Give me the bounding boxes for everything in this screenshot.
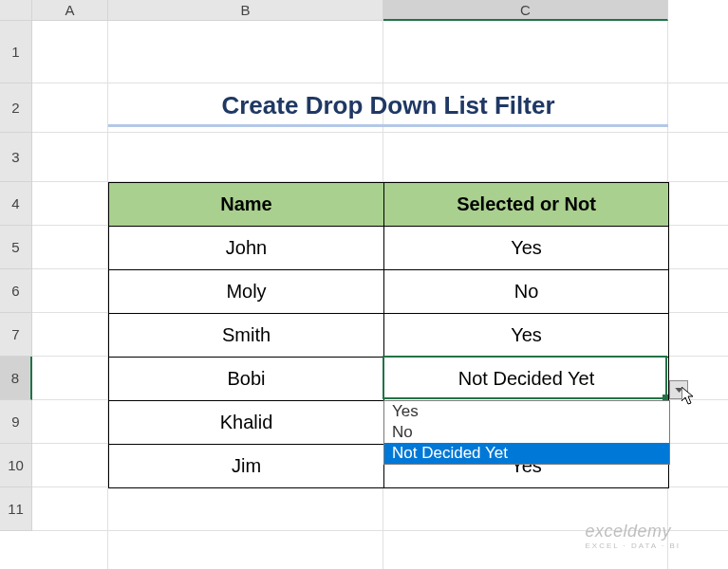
dropdown-option[interactable]: Not Decided Yet [384, 443, 669, 464]
watermark: exceldemy EXCEL · DATA · BI [585, 522, 681, 550]
chevron-down-icon [675, 388, 683, 393]
column-headers: ABC [0, 0, 668, 21]
watermark-tag: EXCEL · DATA · BI [585, 541, 681, 550]
cell[interactable]: Yes [384, 227, 669, 270]
row-header-11[interactable]: 11 [0, 487, 32, 531]
row-header-6[interactable]: 6 [0, 269, 32, 313]
dropdown-list[interactable]: YesNoNot Decided Yet [383, 400, 670, 465]
cell[interactable]: Bobi [109, 358, 384, 401]
cell[interactable]: Not Decided Yet [384, 358, 669, 401]
grid-area[interactable]: Create Drop Down List FilterNameSelected… [32, 21, 728, 569]
cell[interactable]: Jim [109, 445, 384, 488]
row-header-3[interactable]: 3 [0, 133, 32, 182]
cell[interactable]: Yes [384, 314, 669, 358]
dropdown-button[interactable] [669, 380, 688, 399]
row-headers: 1234567891011 [0, 21, 32, 531]
row-header-7[interactable]: 7 [0, 313, 32, 357]
table-row: SmithYes [109, 314, 669, 358]
table-row: BobiNot Decided Yet [109, 358, 669, 401]
cell[interactable]: Smith [109, 314, 384, 358]
row-header-2[interactable]: 2 [0, 83, 32, 133]
spreadsheet: ABC 1234567891011 Create Drop Down List … [0, 0, 728, 569]
table-row: JohnYes [109, 227, 669, 270]
row-header-1[interactable]: 1 [0, 21, 32, 83]
table-header[interactable]: Name [109, 183, 384, 227]
page-title: Create Drop Down List Filter [108, 91, 668, 127]
row-header-9[interactable]: 9 [0, 400, 32, 444]
row-header-10[interactable]: 10 [0, 444, 32, 487]
dropdown-option[interactable]: No [384, 422, 669, 443]
select-all-corner[interactable] [0, 0, 32, 21]
column-header-A[interactable]: A [32, 0, 108, 21]
table-row: MolyNo [109, 270, 669, 314]
column-header-C[interactable]: C [383, 0, 668, 21]
cell[interactable]: John [109, 227, 384, 270]
row-header-5[interactable]: 5 [0, 226, 32, 269]
row-header-4[interactable]: 4 [0, 182, 32, 226]
cell[interactable]: Moly [109, 270, 384, 314]
cell[interactable]: Khalid [109, 401, 384, 445]
column-header-B[interactable]: B [108, 0, 383, 21]
dropdown-option[interactable]: Yes [384, 401, 669, 422]
row-header-8[interactable]: 8 [0, 357, 32, 400]
watermark-brand: exceldemy [585, 522, 671, 541]
table-header[interactable]: Selected or Not [384, 183, 669, 227]
cell[interactable]: No [384, 270, 669, 314]
